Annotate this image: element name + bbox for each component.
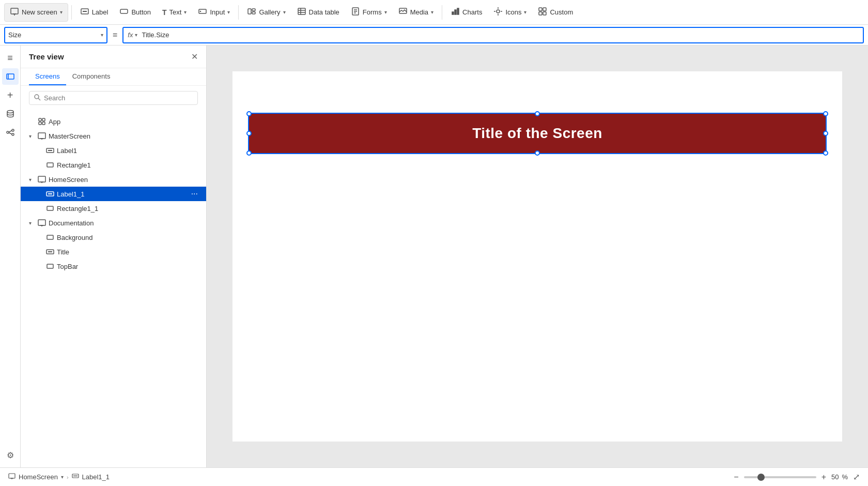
data-table-button[interactable]: Data table xyxy=(292,3,345,22)
tree-item-label1-1[interactable]: Label1_1 ··· xyxy=(21,187,206,201)
new-screen-button[interactable]: New screen ▾ xyxy=(4,3,68,22)
tree-item-rectangle1[interactable]: Rectangle1 xyxy=(21,158,206,172)
svg-line-38 xyxy=(9,131,12,132)
rectangle1-label: Rectangle1 xyxy=(57,161,198,169)
documentation-icon xyxy=(37,218,47,227)
rectangle1-1-icon xyxy=(45,204,55,213)
tree-item-app[interactable]: App xyxy=(21,114,206,129)
tree-item-documentation[interactable]: ▾ Documentation xyxy=(21,216,206,230)
toolbar-divider-1 xyxy=(71,5,72,20)
label-label: Label xyxy=(92,8,109,16)
charts-button[interactable]: Charts xyxy=(445,3,487,22)
tab-screens[interactable]: Screens xyxy=(29,68,66,85)
gallery-button[interactable]: Gallery ▾ xyxy=(242,3,290,22)
formula-name-box[interactable]: ▾ xyxy=(4,27,107,43)
tree-item-background[interactable]: Background xyxy=(21,230,206,245)
text-icon: T xyxy=(162,8,167,17)
topbar-icon xyxy=(45,262,55,271)
tree-item-homescreen[interactable]: ▾ HomeScreen xyxy=(21,172,206,187)
tree-search-box[interactable] xyxy=(29,91,198,105)
tree-item-title[interactable]: Title xyxy=(21,245,206,259)
sidebar-layers-btn[interactable] xyxy=(2,68,19,85)
formula-equals: = xyxy=(111,31,119,40)
app-label: App xyxy=(49,118,198,126)
sidebar-connections-btn[interactable] xyxy=(2,124,19,141)
tree-item-topbar[interactable]: TopBar xyxy=(21,259,206,274)
forms-button[interactable]: Forms ▾ xyxy=(346,3,392,22)
input-label: Input xyxy=(210,8,225,16)
svg-line-41 xyxy=(38,98,40,100)
icons-button[interactable]: Icons ▾ xyxy=(488,3,532,22)
new-screen-icon xyxy=(10,7,19,18)
forms-chevron: ▾ xyxy=(384,9,387,15)
formula-expression[interactable]: Title.Size xyxy=(142,31,169,39)
svg-rect-5 xyxy=(120,9,128,13)
input-button[interactable]: Input ▾ xyxy=(193,3,235,22)
handle-bottom-left[interactable] xyxy=(246,150,252,156)
media-chevron: ▾ xyxy=(431,9,433,15)
text-chevron: ▾ xyxy=(184,9,187,15)
formula-fx-label: fx xyxy=(128,31,133,39)
zoom-out-button[interactable]: − xyxy=(732,472,740,483)
svg-rect-0 xyxy=(11,8,18,14)
breadcrumb-screen-name[interactable]: HomeScreen xyxy=(19,473,58,481)
formula-fx-chevron[interactable]: ▾ xyxy=(135,32,137,38)
svg-rect-65 xyxy=(9,474,15,478)
zoom-unit: % xyxy=(842,473,848,481)
handle-bottom-right[interactable] xyxy=(823,150,828,156)
sidebar-settings-btn[interactable]: ⚙ xyxy=(2,447,19,463)
label-button[interactable]: Label xyxy=(75,3,114,22)
button-button[interactable]: Button xyxy=(114,3,156,22)
svg-rect-10 xyxy=(252,12,255,14)
toolbar-divider-3 xyxy=(442,5,442,20)
app-icon xyxy=(37,117,47,126)
masterscreen-icon xyxy=(37,131,47,141)
svg-rect-42 xyxy=(39,118,41,121)
tree-header: Tree view ✕ xyxy=(21,45,206,68)
zoom-slider[interactable] xyxy=(744,476,816,478)
toolbar-divider-2 xyxy=(238,5,239,20)
svg-rect-61 xyxy=(47,235,53,239)
zoom-in-button[interactable]: + xyxy=(819,472,828,483)
handle-middle-left[interactable] xyxy=(246,131,252,136)
handle-top-right[interactable] xyxy=(823,111,828,116)
formula-name-input[interactable] xyxy=(8,31,101,39)
rectangle1-1-label: Rectangle1_1 xyxy=(57,205,198,212)
tree-close-button[interactable]: ✕ xyxy=(191,52,198,62)
tree-item-masterscreen[interactable]: ▾ MasterScreen xyxy=(21,129,206,143)
sidebar-data-btn[interactable] xyxy=(2,105,19,122)
handle-top-middle[interactable] xyxy=(535,111,540,116)
rectangle1-icon xyxy=(45,160,55,170)
gallery-icon xyxy=(247,7,256,18)
new-screen-label: New screen xyxy=(22,8,57,16)
svg-rect-52 xyxy=(38,176,45,182)
label1-1-options[interactable]: ··· xyxy=(191,189,198,199)
handle-top-left[interactable] xyxy=(246,111,252,116)
sidebar-add-btn[interactable]: + xyxy=(2,87,19,103)
sidebar-menu-btn[interactable]: ≡ xyxy=(2,50,19,66)
tab-components[interactable]: Components xyxy=(66,68,117,85)
canvas-area[interactable]: Title of the Screen xyxy=(207,45,868,467)
svg-line-39 xyxy=(9,133,12,134)
svg-rect-9 xyxy=(252,9,255,11)
tree-item-label1[interactable]: Label1 xyxy=(21,143,206,158)
breadcrumb-element-name[interactable]: Label1_1 xyxy=(82,473,110,481)
zoom-expand-button[interactable]: ⤢ xyxy=(853,472,860,482)
tree-search-input[interactable] xyxy=(44,94,193,102)
formula-fx-box[interactable]: fx ▾ Title.Size xyxy=(122,27,864,43)
tree-item-rectangle1-1[interactable]: Rectangle1_1 xyxy=(21,201,206,216)
breadcrumb-chevron-down[interactable]: ▾ xyxy=(61,474,64,480)
custom-button[interactable]: Custom xyxy=(533,3,578,22)
handle-bottom-middle[interactable] xyxy=(535,150,540,156)
text-button[interactable]: T Text ▾ xyxy=(157,3,192,22)
svg-rect-11 xyxy=(298,8,305,14)
masterscreen-label: MasterScreen xyxy=(49,132,198,140)
documentation-label: Documentation xyxy=(49,219,198,227)
svg-point-23 xyxy=(497,10,500,13)
handle-middle-right[interactable] xyxy=(823,131,828,136)
charts-label: Charts xyxy=(462,8,482,16)
media-button[interactable]: Media ▾ xyxy=(393,3,439,22)
formula-name-dropdown-icon[interactable]: ▾ xyxy=(101,32,103,38)
svg-rect-20 xyxy=(452,12,454,14)
custom-icon xyxy=(538,7,547,18)
